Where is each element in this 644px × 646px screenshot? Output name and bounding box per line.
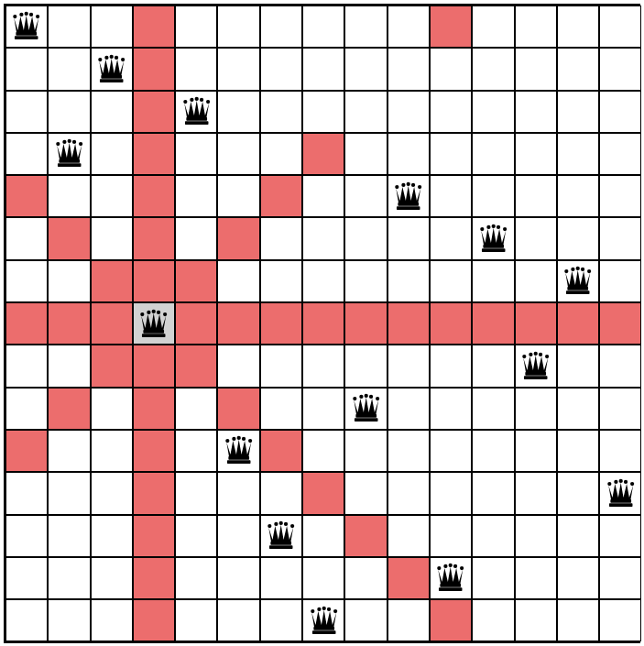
- board-cell[interactable]: [302, 557, 344, 599]
- board-cell[interactable]: [515, 430, 557, 472]
- board-cell[interactable]: [217, 472, 259, 514]
- board-cell[interactable]: [515, 91, 557, 133]
- board-cell[interactable]: [133, 260, 175, 302]
- board-cell[interactable]: [599, 430, 641, 472]
- board-cell[interactable]: [557, 217, 599, 259]
- board-cell[interactable]: [599, 133, 641, 175]
- board-cell[interactable]: [599, 599, 641, 641]
- board-cell[interactable]: [91, 515, 133, 557]
- board-cell[interactable]: [599, 217, 641, 259]
- board-cell[interactable]: [430, 302, 472, 345]
- board-cell[interactable]: [48, 260, 90, 302]
- board-cell[interactable]: [260, 133, 302, 175]
- board-cell[interactable]: [175, 175, 217, 217]
- board-cell[interactable]: [387, 217, 430, 259]
- board-cell[interactable]: [557, 91, 599, 133]
- board-cell[interactable]: [557, 388, 599, 430]
- board-cell[interactable]: [599, 48, 641, 90]
- board-cell[interactable]: [387, 302, 430, 345]
- board-cell[interactable]: [430, 345, 472, 387]
- board-cell[interactable]: [302, 599, 344, 641]
- board-cell[interactable]: [175, 388, 217, 430]
- board-cell[interactable]: [48, 388, 90, 430]
- board-cell[interactable]: [217, 133, 259, 175]
- board-cell[interactable]: [344, 302, 387, 345]
- board-cell[interactable]: [344, 599, 387, 641]
- board-cell[interactable]: [5, 260, 48, 302]
- board-cell[interactable]: [260, 302, 302, 345]
- board-cell[interactable]: [515, 345, 557, 387]
- board-cell[interactable]: [515, 388, 557, 430]
- board-cell[interactable]: [175, 133, 217, 175]
- board-cell[interactable]: [472, 515, 514, 557]
- board-cell[interactable]: [387, 5, 430, 48]
- board-cell[interactable]: [5, 5, 48, 48]
- board-cell[interactable]: [599, 388, 641, 430]
- board-cell[interactable]: [260, 217, 302, 259]
- board-cell[interactable]: [91, 557, 133, 599]
- board-cell[interactable]: [217, 260, 259, 302]
- board-cell[interactable]: [5, 91, 48, 133]
- board-cell[interactable]: [557, 345, 599, 387]
- board-cell[interactable]: [472, 388, 514, 430]
- board-cell[interactable]: [430, 557, 472, 599]
- board-cell[interactable]: [91, 388, 133, 430]
- board-cell[interactable]: [557, 557, 599, 599]
- board-cell[interactable]: [5, 217, 48, 259]
- board-cell[interactable]: [472, 557, 514, 599]
- board-cell[interactable]: [175, 5, 217, 48]
- board-cell[interactable]: [302, 472, 344, 514]
- board-cell[interactable]: [515, 133, 557, 175]
- board-cell[interactable]: [387, 345, 430, 387]
- board-cell[interactable]: [133, 599, 175, 641]
- board-cell[interactable]: [430, 260, 472, 302]
- board-cell[interactable]: [260, 345, 302, 387]
- board-cell[interactable]: [599, 515, 641, 557]
- board-cell[interactable]: [557, 175, 599, 217]
- board-cell[interactable]: [302, 217, 344, 259]
- board-cell[interactable]: [599, 345, 641, 387]
- board-cell[interactable]: [557, 515, 599, 557]
- board-cell[interactable]: [472, 48, 514, 90]
- board-cell[interactable]: [217, 557, 259, 599]
- board-cell[interactable]: [133, 5, 175, 48]
- board-cell[interactable]: [5, 515, 48, 557]
- board-cell[interactable]: [387, 91, 430, 133]
- board-cell[interactable]: [175, 557, 217, 599]
- board-cell[interactable]: [302, 388, 344, 430]
- board-cell[interactable]: [217, 175, 259, 217]
- board-cell[interactable]: [515, 557, 557, 599]
- board-cell[interactable]: [260, 388, 302, 430]
- board-cell[interactable]: [48, 599, 90, 641]
- board-cell[interactable]: [430, 133, 472, 175]
- board-cell[interactable]: [344, 260, 387, 302]
- board-cell[interactable]: [133, 302, 175, 345]
- board-cell[interactable]: [430, 48, 472, 90]
- board-cell[interactable]: [472, 91, 514, 133]
- board-cell[interactable]: [557, 599, 599, 641]
- board-cell[interactable]: [91, 472, 133, 514]
- board-cell[interactable]: [430, 217, 472, 259]
- board-cell[interactable]: [557, 48, 599, 90]
- board-cell[interactable]: [217, 217, 259, 259]
- board-cell[interactable]: [133, 345, 175, 387]
- board-cell[interactable]: [557, 472, 599, 514]
- board-cell[interactable]: [599, 175, 641, 217]
- board-cell[interactable]: [48, 472, 90, 514]
- board-cell[interactable]: [133, 515, 175, 557]
- board-cell[interactable]: [344, 48, 387, 90]
- board-cell[interactable]: [217, 48, 259, 90]
- board-cell[interactable]: [344, 5, 387, 48]
- board-cell[interactable]: [48, 217, 90, 259]
- board-cell[interactable]: [387, 175, 430, 217]
- board-cell[interactable]: [175, 599, 217, 641]
- board-cell[interactable]: [515, 217, 557, 259]
- board-cell[interactable]: [472, 472, 514, 514]
- board-cell[interactable]: [387, 557, 430, 599]
- board-cell[interactable]: [387, 260, 430, 302]
- board-cell[interactable]: [133, 48, 175, 90]
- board-cell[interactable]: [387, 472, 430, 514]
- board-cell[interactable]: [515, 302, 557, 345]
- board-cell[interactable]: [260, 91, 302, 133]
- board-cell[interactable]: [515, 175, 557, 217]
